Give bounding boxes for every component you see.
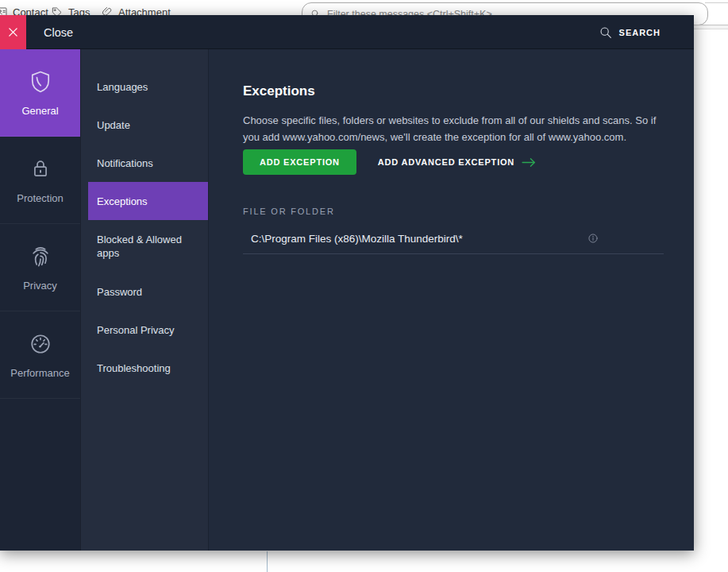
- pane-splitter[interactable]: [267, 551, 268, 572]
- info-icon-glyph: [587, 232, 599, 245]
- shield-icon: [27, 68, 54, 95]
- search-icon: [599, 25, 612, 39]
- exception-row: C:\Program Files (x86)\Mozilla Thunderbi…: [243, 223, 664, 254]
- exception-path: C:\Program Files (x86)\Mozilla Thunderbi…: [251, 233, 463, 245]
- toolbar-border-line: [705, 2, 728, 3]
- arrow-right-icon: [522, 157, 537, 168]
- nav-item-general[interactable]: General: [0, 49, 80, 137]
- page-description: Choose specific files, folders or websit…: [243, 112, 662, 145]
- info-icon[interactable]: [587, 232, 599, 245]
- add-advanced-exception-link[interactable]: ADD ADVANCED EXCEPTION: [378, 157, 537, 168]
- add-exception-button[interactable]: ADD EXCEPTION: [243, 149, 356, 175]
- gauge-icon: [27, 330, 54, 358]
- avast-settings-window: Close SEARCH General Protection Privacy …: [0, 15, 694, 551]
- nav-item-protection[interactable]: Protection: [0, 137, 80, 224]
- submenu-item-blocked-allowed-apps[interactable]: Blocked & Allowed apps: [81, 220, 208, 272]
- nav-item-label: General: [21, 105, 58, 117]
- close-label: Close: [44, 15, 73, 49]
- nav-item-performance[interactable]: Performance: [0, 311, 80, 399]
- submenu-item-troubleshooting[interactable]: Troubleshooting: [81, 349, 208, 387]
- actions-row: ADD EXCEPTION ADD ADVANCED EXCEPTION: [243, 149, 662, 175]
- search-label: SEARCH: [619, 28, 661, 37]
- search-button[interactable]: SEARCH: [599, 15, 661, 49]
- settings-submenu: Languages Update Notifications Exception…: [80, 49, 208, 551]
- lock-icon: [27, 156, 54, 183]
- nav-item-label: Performance: [10, 367, 69, 379]
- close-button[interactable]: [0, 15, 26, 49]
- submenu-item-update[interactable]: Update: [81, 106, 208, 144]
- nav-item-label: Privacy: [23, 280, 57, 292]
- close-icon: [8, 27, 18, 37]
- list-header: FILE OR FOLDER: [243, 207, 662, 217]
- settings-titlebar: Close SEARCH: [0, 15, 694, 49]
- exceptions-panel: Exceptions Choose specific files, folder…: [208, 49, 694, 551]
- page-title: Exceptions: [243, 83, 662, 99]
- submenu-item-languages[interactable]: Languages: [81, 68, 208, 106]
- fingerprint-icon: [27, 243, 54, 270]
- submenu-item-personal-privacy[interactable]: Personal Privacy: [81, 311, 208, 349]
- submenu-item-exceptions[interactable]: Exceptions: [88, 182, 208, 220]
- submenu-item-password[interactable]: Password: [81, 272, 208, 311]
- submenu-item-notifications[interactable]: Notifications: [81, 144, 208, 182]
- nav-item-label: Protection: [17, 192, 64, 204]
- nav-item-privacy[interactable]: Privacy: [0, 224, 80, 311]
- settings-nav-rail: General Protection Privacy Performance: [0, 49, 80, 551]
- add-advanced-exception-label: ADD ADVANCED EXCEPTION: [378, 157, 514, 167]
